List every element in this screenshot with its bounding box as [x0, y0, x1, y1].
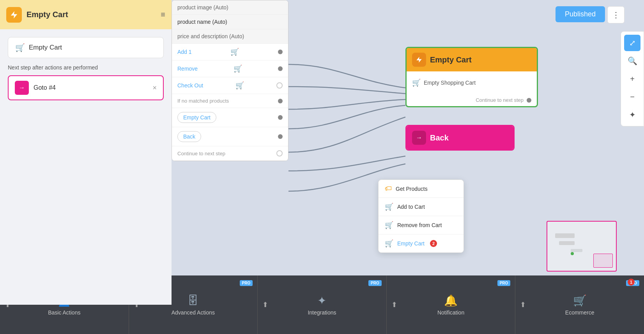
tab-notification[interactable]: PRO ⬆ 🔔 Notification: [387, 275, 516, 334]
fit-btn[interactable]: ⤢: [624, 35, 640, 51]
mini-viewport: [593, 254, 613, 268]
ecommerce-count-badge: 1: [628, 279, 635, 286]
ctx-get-products[interactable]: 🏷 Get Products: [379, 180, 464, 198]
ctx-empty-cart-label: Empty Cart: [397, 240, 425, 247]
node-cart-icon: 🛒: [412, 78, 421, 87]
search-icon: 🔍: [628, 56, 637, 66]
remove-cart-ctx-icon: 🛒: [385, 221, 393, 229]
integrations-label: Integrations: [308, 309, 336, 316]
menu-icon[interactable]: ≡: [161, 10, 165, 19]
continue-dot: [527, 98, 531, 103]
flow-empty-cart[interactable]: Empty Cart: [172, 108, 288, 127]
flow-remove[interactable]: Remove 🛒: [172, 60, 288, 77]
continue-label: Continue to next step: [476, 97, 524, 103]
add-cart-ctx-icon: 🛒: [385, 203, 393, 211]
flow-back[interactable]: Back: [172, 127, 288, 146]
notification-label: Notification: [437, 309, 464, 316]
advanced-actions-icon: 🗄: [188, 294, 198, 307]
ctx-remove-label: Remove from Cart: [397, 222, 442, 228]
back-node-header: → Back: [407, 126, 513, 149]
continue-circle: [276, 150, 283, 156]
canvas: product image (Auto) product name (Auto)…: [172, 0, 644, 275]
mini-map: [547, 221, 617, 272]
tab-integrations[interactable]: PRO ⬆ ✦ Integrations: [258, 275, 387, 334]
mini-node-3: [571, 249, 582, 252]
remove-dot: [278, 66, 283, 71]
sparkle-icon: ✦: [629, 110, 636, 119]
basic-actions-label: Basic Actions: [48, 309, 80, 316]
advanced-actions-label: Advanced Actions: [172, 309, 215, 316]
empty-cart-node-header: Empty Cart: [407, 48, 537, 71]
sparkle-btn[interactable]: ✦: [624, 107, 640, 123]
minus-icon: −: [630, 92, 635, 101]
integrations-arrow: ⬆: [262, 300, 268, 309]
empty-cart-ctx-icon: 🛒: [385, 239, 393, 248]
bolt-icon: [6, 7, 22, 23]
tag-icon: 🏷: [385, 185, 392, 193]
empty-cart-node-title: Empty Cart: [430, 55, 472, 64]
checkout-icon: 🛒: [235, 81, 244, 90]
ctx-get-products-label: Get Products: [396, 186, 428, 192]
mini-dot-green: [571, 252, 574, 255]
search-btn[interactable]: 🔍: [624, 53, 640, 69]
goto-box[interactable]: → Goto #4 ×: [8, 75, 164, 100]
empty-cart-node[interactable]: ⧉ ✕ Empty Cart 🛒 Empty Shopping Cart Con…: [405, 47, 538, 107]
advanced-pro-badge: PRO: [240, 280, 253, 286]
context-menu: 🏷 Get Products 🛒 Add to Cart 🛒 Remove fr…: [378, 179, 464, 253]
empty-cart-flow-btn[interactable]: Empty Cart: [177, 112, 216, 123]
back-icon: →: [412, 131, 426, 145]
flow-if-no-match: If no matched products: [172, 94, 288, 108]
node-bolt-icon: [412, 53, 426, 67]
back-node[interactable]: → Back: [405, 125, 515, 151]
notification-icon: 🔔: [444, 294, 458, 307]
add1-dot: [278, 50, 283, 54]
top-bar: Empty Cart ≡: [0, 0, 172, 29]
next-step-section: Next step after actions are performed → …: [8, 64, 164, 100]
ctx-empty-cart[interactable]: 🛒 Empty Cart 2: [379, 235, 464, 252]
cart-icon: 🛒: [15, 43, 25, 52]
mini-node-1: [555, 233, 575, 238]
zoom-in-btn[interactable]: +: [624, 71, 640, 87]
flow-panel: product image (Auto) product name (Auto)…: [172, 0, 288, 161]
checkout-circle: [276, 82, 283, 89]
flow-header-image: product image (Auto): [172, 0, 288, 15]
no-match-dot: [278, 99, 283, 103]
ecommerce-arrow: ⬆: [520, 300, 526, 309]
flow-checkout[interactable]: Check Out 🛒: [172, 77, 288, 94]
ctx-add-to-cart[interactable]: 🛒 Add to Cart: [379, 198, 464, 216]
back-dot: [278, 134, 283, 139]
notification-arrow: ⬆: [391, 300, 397, 309]
empty-cart-node-body: 🛒 Empty Shopping Cart: [407, 71, 537, 94]
empty-cart-node-row: 🛒 Empty Shopping Cart: [412, 77, 531, 89]
plus-icon: +: [630, 75, 635, 84]
goto-icon: →: [15, 81, 29, 95]
back-flow-btn[interactable]: Back: [177, 131, 201, 142]
empty-cart-badge: 2: [430, 240, 437, 247]
ctx-remove-from-cart[interactable]: 🛒 Remove from Cart: [379, 216, 464, 235]
flow-continue: Continue to next step: [172, 146, 288, 161]
empty-cart-node-subtitle: Empty Shopping Cart: [424, 80, 476, 86]
ecommerce-icon: 🛒: [573, 294, 587, 307]
integrations-icon: ✦: [317, 294, 326, 307]
fit-icon: ⤢: [629, 38, 636, 48]
back-node-title: Back: [430, 133, 449, 142]
left-sidebar: 🛒 Empty Cart Next step after actions are…: [0, 29, 172, 305]
published-button[interactable]: Published: [556, 6, 605, 22]
flow-header-price: price and description (Auto): [172, 29, 288, 44]
empty-cart-dot: [278, 115, 283, 120]
goto-close[interactable]: ×: [152, 84, 157, 92]
tab-ecommerce[interactable]: PRO 1 ⬆ 🛒 Ecommerce: [515, 275, 644, 334]
right-toolbar: ⤢ 🔍 + − ✦: [621, 31, 644, 126]
page-title: Empty Cart: [27, 10, 156, 19]
more-button[interactable]: ⋮: [607, 6, 625, 23]
zoom-out-btn[interactable]: −: [624, 89, 640, 105]
ecommerce-label: Ecommerce: [565, 309, 594, 316]
add-cart-icon: 🛒: [230, 48, 239, 56]
integrations-pro-badge: PRO: [368, 280, 382, 286]
flow-add1[interactable]: Add 1 🛒: [172, 44, 288, 60]
empty-cart-item[interactable]: 🛒 Empty Cart: [8, 37, 164, 58]
mini-node-2: [559, 241, 575, 245]
remove-cart-icon: 🛒: [234, 64, 242, 73]
notification-pro-badge: PRO: [497, 280, 511, 286]
node-continue: Continue to next step: [407, 94, 537, 106]
